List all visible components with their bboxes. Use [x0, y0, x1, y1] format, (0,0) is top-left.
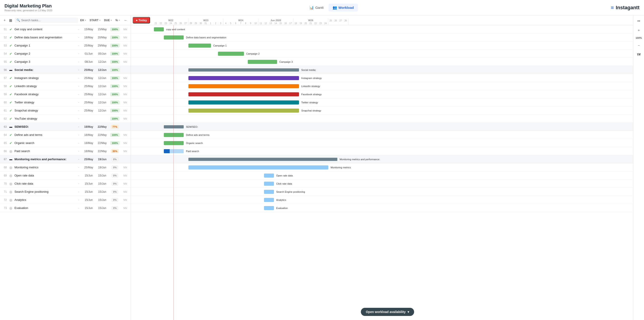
- day-cell: 24: [323, 22, 328, 25]
- task-row[interactable]: 64 ✔ Define ads and terms - 18/May 22/Ma…: [0, 131, 131, 139]
- col-pct: 100%: [109, 36, 121, 39]
- col-nn: NN: [121, 190, 130, 193]
- task-row[interactable]: 67 ▬ Monitoring metrics and performance:…: [0, 155, 131, 164]
- day-cell: 28: [188, 22, 194, 25]
- task-row[interactable]: 68 ◎ Monitoring metrics - 25/May 19/Jun …: [0, 164, 131, 172]
- col-start: 18/May: [82, 150, 96, 153]
- task-row[interactable]: 53 ✔ Campaign 1 - 25/May 29/May 100% NN: [0, 42, 131, 50]
- gantt-row: Instagram strategy: [131, 74, 644, 82]
- zoom-in-button[interactable]: ＋: [636, 27, 642, 34]
- col-dash: -: [76, 109, 82, 112]
- task-name: Campaign 1: [14, 44, 76, 47]
- col-due: 15/Jun: [96, 198, 109, 202]
- add-row-button[interactable]: ＋: [2, 18, 8, 23]
- gantt-bar-label: Organic search: [186, 142, 203, 144]
- task-row[interactable]: 61 ✔ Snapchat strategy - 25/May 12/Jun 1…: [0, 106, 131, 115]
- col-due: 19/Jun: [96, 158, 109, 161]
- gantt-bar: [164, 36, 184, 40]
- task-row[interactable]: 56 ▬ Social media: - 25/May 12/Jun 100%: [0, 66, 131, 74]
- col-start: 25/May: [82, 76, 96, 80]
- task-row[interactable]: 66 ◎ Paid search - 18/May 22/May 30% NN: [0, 147, 131, 155]
- tab-workload[interactable]: 👥 Workload: [328, 4, 358, 12]
- task-name: Organic search: [14, 141, 76, 145]
- gantt-bar-label: Analytics: [276, 198, 286, 201]
- main-layout: ＋ ▦ 🔍 EH ▼ START ▼ DUE ▼ % ▼: [0, 15, 644, 320]
- task-row[interactable]: 51 ✔ Get copy and content - 15/May 15/Ma…: [0, 25, 131, 34]
- gantt-row: Facebook strategy: [131, 90, 644, 98]
- day-cell: 20: [303, 22, 308, 25]
- search-input[interactable]: [21, 18, 76, 22]
- col-nn: NN: [121, 77, 130, 80]
- col-dash: -: [76, 133, 82, 136]
- task-row[interactable]: 73 ◎ Evaluation - 15/Jun 15/Jun 0% NN: [0, 204, 131, 212]
- col-dash: -: [76, 158, 82, 161]
- row-number: 67: [1, 158, 8, 161]
- day-cell: 21: [308, 22, 313, 25]
- col-nn: NN: [121, 44, 130, 47]
- task-name: Campaign 2: [14, 52, 76, 55]
- task-row[interactable]: 52 ✔ Define data bases and segmentation …: [0, 34, 131, 42]
- col-nn: NN: [121, 60, 130, 63]
- task-name: Click rate data: [14, 182, 76, 185]
- task-row[interactable]: 70 ◎ Click rate data - 15/Jun 15/Jun 0% …: [0, 180, 131, 188]
- gantt-bar: [188, 44, 211, 48]
- task-row[interactable]: 60 ✔ Twitter strategy - 25/May 12/Jun 10…: [0, 98, 131, 106]
- task-name: Social media:: [14, 68, 76, 72]
- row-number: 59: [1, 93, 8, 96]
- row-check-icon: ◎: [8, 190, 14, 194]
- gantt-row: Paid search: [131, 147, 644, 155]
- row-check-icon: ✔: [8, 141, 14, 145]
- gantt-bar: [264, 174, 274, 178]
- task-row[interactable]: 62 ✔ YouTube strategy - 100% NN: [0, 115, 131, 123]
- task-row[interactable]: 55 ✔ Campaign 3 - 08/Jun 12/Jun 100% NN: [0, 58, 131, 66]
- row-number: 66: [1, 150, 8, 153]
- col-pct: 30%: [109, 150, 121, 153]
- tab-gantt[interactable]: 📊 Gantt: [305, 4, 328, 12]
- col-due: 15/Jun: [96, 174, 109, 177]
- map-view-button[interactable]: 🗺: [636, 52, 642, 58]
- day-cell: 9: [248, 22, 253, 25]
- today-button[interactable]: ● Today: [133, 17, 150, 24]
- gantt-row: LinkedIn strategy: [131, 82, 644, 90]
- row-check-icon: ◎: [8, 150, 14, 153]
- col-pct: 100%: [109, 44, 121, 48]
- row-check-icon: ✔: [8, 36, 14, 39]
- row-number: 58: [1, 85, 8, 88]
- col-start: 18/May: [82, 142, 96, 145]
- task-name: Define data bases and segmentation: [14, 36, 76, 39]
- task-row[interactable]: 57 ✔ Instagram strategy - 25/May 12/Jun …: [0, 74, 131, 82]
- col-dash: -: [76, 52, 82, 55]
- grid-view-button[interactable]: ▦: [8, 18, 13, 23]
- col-dash: -: [76, 206, 82, 210]
- task-row[interactable]: 65 ✔ Organic search - 18/May 22/May 100%…: [0, 139, 131, 147]
- gantt-body[interactable]: copy and contentDefine data bases and se…: [131, 25, 644, 320]
- back-button[interactable]: ←: [122, 18, 129, 23]
- task-row[interactable]: 58 ✔ LinkedIn strategy - 25/May 12/Jun 1…: [0, 82, 131, 90]
- day-cell: 4: [224, 22, 228, 25]
- add-icons: ＋ ▦: [2, 18, 13, 23]
- task-row[interactable]: 54 ✔ Campaign 2 - 01/Jun 05/Jun 100% NN: [0, 50, 131, 58]
- gantt-bar-label: Define data bases and segmentation: [186, 36, 226, 39]
- task-row[interactable]: 63 ▬ SEM/SEO: - 18/May 22/May 77%: [0, 123, 131, 131]
- col-pct: 0%: [109, 198, 121, 202]
- col-nn: NN: [121, 198, 130, 201]
- open-workload-button[interactable]: Open workload availability ▾: [361, 308, 414, 316]
- row-check-icon: ◎: [8, 174, 14, 178]
- zoom-out-button[interactable]: －: [636, 42, 642, 49]
- fit-view-button[interactable]: ⇔: [636, 18, 641, 24]
- col-pct: 0%: [109, 190, 121, 194]
- task-row[interactable]: 71 ◎ Search Engine positioning - 15/Jun …: [0, 188, 131, 196]
- col-due: 15/May: [96, 28, 109, 31]
- task-row[interactable]: 59 ✔ Facebook strategy - 25/May 12/Jun 1…: [0, 90, 131, 98]
- col-nn: NN: [121, 36, 130, 39]
- row-number: 69: [1, 174, 8, 177]
- task-row[interactable]: 72 ◎ Analytics - 15/Jun 15/Jun 0% NN: [0, 196, 131, 204]
- col-pct: 100%: [109, 28, 121, 31]
- col-start-header: START ▼: [89, 19, 102, 22]
- task-row[interactable]: 69 ◎ Open rate data - 15/Jun 15/Jun 0% N…: [0, 172, 131, 180]
- col-due: 12/Jun: [96, 109, 109, 112]
- day-cell: 27: [338, 20, 343, 22]
- gantt-bar: [188, 158, 337, 161]
- open-workload-arrow-icon: ▾: [408, 310, 409, 314]
- row-check-icon: ✔: [8, 101, 14, 104]
